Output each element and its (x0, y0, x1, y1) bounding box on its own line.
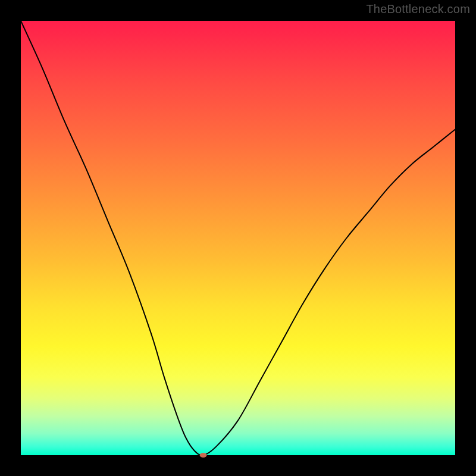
chart-svg (21, 21, 455, 455)
plot-area (21, 21, 455, 455)
bottleneck-curve (21, 21, 455, 455)
minimum-marker (200, 453, 207, 458)
watermark-text: TheBottleneck.com (366, 2, 470, 16)
